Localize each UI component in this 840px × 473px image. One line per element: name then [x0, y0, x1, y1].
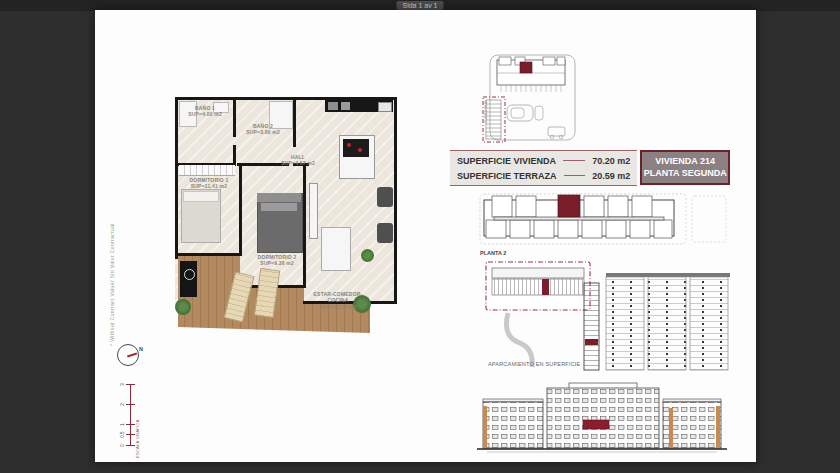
scale-tick-label: 3 — [120, 380, 125, 390]
room-area: SUP=4.00 m2 — [179, 111, 231, 117]
room-label-dormitorio1: DORMITORIO 1 SUP=11.41 m2 — [181, 177, 237, 190]
room-area: SUP=4.67 m2 — [273, 160, 323, 166]
burner-icon — [358, 148, 362, 152]
unit-subtitle: PLANTA SEGUNDA — [644, 168, 727, 180]
scale-bar: 3 2 1 0.5 0 ESCALA GRAFICA — [119, 382, 153, 462]
stove-icon — [343, 139, 369, 157]
scale-label: ESCALA GRAFICA — [135, 404, 140, 458]
summary-leader-line — [563, 160, 585, 161]
summary-value: 70.20 m2 — [592, 156, 630, 166]
scale-tick-label: 0 — [120, 441, 125, 451]
appliance-icon — [341, 102, 350, 110]
wardrobe-icon — [179, 165, 235, 176]
sideboard-icon — [309, 183, 318, 239]
plant-icon — [175, 299, 191, 315]
plant-icon — [361, 249, 374, 262]
pillow-icon — [261, 203, 297, 211]
north-label: N — [139, 346, 143, 352]
parking-plan-drawing — [478, 255, 730, 373]
road — [507, 313, 533, 367]
scale-tick-label: 2 — [120, 400, 125, 410]
facade-center-block — [547, 388, 659, 448]
highlighted-unit-marker — [558, 195, 580, 217]
keyplan-planta2-drawing — [478, 192, 728, 248]
siteplan-drawing: PLANTA BAJA — [473, 43, 593, 148]
summary-left-box: SUPERFICIE VIVIENDA 70.20 m2 SUPERFICIE … — [450, 150, 637, 186]
bed-icon — [257, 193, 303, 253]
room-area: SUP=25.14 m2 — [305, 304, 371, 310]
room-label-hall: HALL SUP=4.67 m2 — [273, 154, 323, 167]
summary-value: 20.59 m2 — [592, 171, 630, 181]
scale-tick — [126, 404, 135, 405]
highlighted-unit-marker — [520, 62, 532, 73]
scale-tick — [126, 384, 135, 385]
facade-left-wing — [483, 402, 543, 448]
room-area: SUP=9.36 m2 — [251, 260, 303, 266]
room-label-dormitorio2: DORMITORIO 2 SUP=9.36 m2 — [251, 254, 303, 267]
summary-row: SUPERFICIE TERRAZA 20.59 m2 — [457, 171, 630, 181]
car-icon — [548, 127, 565, 136]
armchair-icon — [377, 187, 393, 207]
pillow-icon — [183, 191, 219, 202]
elevation-drawing — [473, 378, 731, 458]
room-name: ESTAR-COMEDOR-COCINA — [305, 291, 371, 304]
headboard-icon — [257, 193, 301, 202]
burner-icon — [347, 143, 351, 147]
pdf-viewer: Sida 1 av 1 * Without Contract Value/ Si… — [0, 0, 840, 473]
dining-table-icon — [321, 227, 351, 271]
washer-icon — [184, 269, 195, 280]
unit-box: VIVIENDA 214 PLANTA SEGUNDA — [640, 150, 730, 185]
scale-tick — [126, 434, 135, 435]
wall — [293, 97, 296, 147]
scale-line — [130, 384, 131, 446]
siteplan-label: PLANTA BAJA — [484, 100, 488, 123]
appliance-icon — [328, 102, 338, 110]
north-needle — [127, 352, 137, 357]
highlighted-unit-marker — [583, 420, 609, 429]
facade-accent-strip — [483, 406, 487, 448]
floorplan-drawing: BAÑO 1 SUP=4.00 m2 BAÑO 2 SUP=3.80 m2 HA… — [175, 97, 403, 349]
scale-tick-label: 0.5 — [120, 430, 125, 440]
side-note: * Without Contract Value/ Sin Valor Cont… — [109, 168, 115, 346]
room-label-bano1: BAÑO 1 SUP=4.00 m2 — [179, 105, 231, 118]
facade-accent-strip — [716, 406, 720, 448]
unit-title: VIVIENDA 214 — [655, 156, 715, 168]
north-arrow-icon — [117, 344, 139, 366]
highlighted-parking-stall — [542, 279, 549, 295]
highlighted-parking-stall — [585, 339, 598, 345]
scale-tick-label: 1 — [120, 420, 125, 430]
fridge-icon — [378, 102, 392, 112]
page-indicator-badge: Sida 1 av 1 — [396, 1, 443, 10]
armchair-icon — [377, 223, 393, 243]
wall — [175, 97, 178, 259]
wall — [239, 163, 242, 255]
facade-accent-strip — [669, 408, 673, 448]
summary-label: SUPERFICIE TERRAZA — [457, 171, 557, 181]
scale-tick — [126, 445, 135, 446]
summary-table: SUPERFICIE VIVIENDA 70.20 m2 SUPERFICIE … — [450, 150, 730, 186]
scale-tick — [126, 424, 135, 425]
room-area: SUP=11.41 m2 — [181, 183, 237, 189]
room-area: SUP=3.80 m2 — [235, 129, 291, 135]
parking-label: APARCAMIENTO EN SUPERFICIE — [488, 361, 580, 367]
wall — [175, 253, 242, 256]
room-label-bano2: BAÑO 2 SUP=3.80 m2 — [235, 123, 291, 136]
summary-label: SUPERFICIE VIVIENDA — [457, 156, 556, 166]
wall — [303, 163, 306, 287]
wall — [394, 97, 397, 304]
wall — [233, 145, 236, 166]
room-label-estar: ESTAR-COMEDOR-COCINA SUP=25.14 m2 — [305, 291, 371, 310]
summary-leader-line — [564, 175, 586, 176]
document-page: * Without Contract Value/ Sin Valor Cont… — [95, 10, 756, 462]
summary-row: SUPERFICIE VIVIENDA 70.20 m2 — [457, 156, 630, 166]
